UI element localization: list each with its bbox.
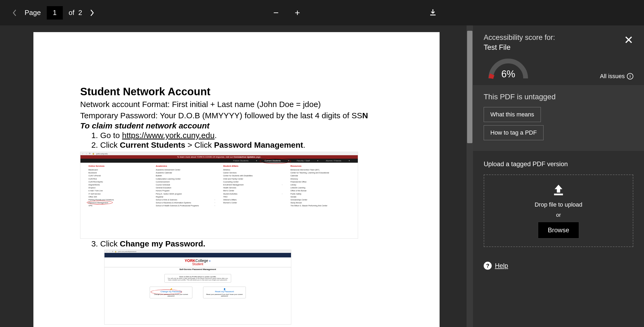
zoom-in-button[interactable]: + [292,7,303,18]
or-text: or [556,212,561,218]
score-gauge: 6% [487,58,530,80]
doc-claim-line: To claim student network account [80,121,393,130]
screenshot-2: ←→⟳🔒york.cuny.edu/it/password YORKColleg… [104,250,291,325]
screenshot-1: ←→⟳🔒york.cuny.edu To learn more about YO… [80,152,358,239]
doc-step-3: Click Change my Password. [100,239,393,248]
score-value: 6% [501,69,515,80]
drop-text: Drop file to upload [535,201,583,208]
shot1-addressbar: ←→⟳🔒york.cuny.edu [80,152,358,155]
browse-button[interactable]: Browse [538,222,579,238]
doc-heading: Student Network Account [80,86,393,98]
scrollbar-thumb[interactable] [467,31,472,143]
page-input[interactable] [47,6,63,20]
upload-dropzone[interactable]: Drop file to upload or Browse [484,174,633,247]
page-label: Page [25,9,41,17]
prev-page-button[interactable] [11,9,19,17]
accessibility-sidebar: ✕ Accessibility score for: Test File 6% … [473,25,644,327]
help-icon: ? [484,262,492,270]
info-icon: i [627,73,633,79]
doc-password-line: Temporary Password: Your D.O.B (MMYYYY) … [80,110,393,121]
help-link[interactable]: ? Help [484,262,633,270]
viewer-scrollbar[interactable] [467,25,473,327]
shot2-cards: 🔑 Change my Password Change your passwor… [104,285,291,298]
download-button[interactable] [429,8,437,17]
all-issues-link[interactable]: All issues i [600,73,633,80]
doc-step-1: Go to https://www.york.cuny.edu. [100,131,393,140]
main-area: Student Network Account Network account … [0,25,644,327]
untagged-title: This PDF is untagged [484,93,633,101]
upload-icon [552,183,565,197]
sidebar-title: Accessibility score for: [484,33,633,42]
zoom-controls: − + [271,7,303,18]
doc-steps: Go to https://www.york.cuny.edu. Click C… [100,131,393,150]
pdf-toolbar: Page of 2 − + [0,0,644,25]
doc-step-2: Click Current Students > Click Password … [100,140,393,150]
untagged-section: This PDF is untagged What this means How… [473,85,644,151]
shot2-card-change: 🔑 Change my Password Change your passwor… [150,287,192,298]
next-page-button[interactable] [88,9,96,17]
how-to-tag-button[interactable]: How to tag a PDF [484,125,544,140]
shot2-infobox: Click on Edit my Profile below to create… [164,274,231,283]
zoom-out-button[interactable]: − [271,7,281,18]
pdf-viewer: Student Network Account Network account … [0,25,473,327]
what-this-means-button[interactable]: What this means [484,107,541,122]
doc-format-line: Network account Format: First initial + … [80,99,393,110]
pdf-page: Student Network Account Network account … [33,32,440,327]
close-icon[interactable]: ✕ [624,33,633,47]
shot2-subtitle: Self-Service Password Management [104,267,291,271]
upload-label: Upload a tagged PDF version [484,160,633,168]
page-nav: Page of 2 [11,6,96,20]
shot2-addressbar: ←→⟳🔒york.cuny.edu/it/password [104,250,291,253]
page-of-label: of 2 [69,9,82,17]
doc-steps-cont: Click Change my Password. [100,239,393,248]
sidebar-filename: Test File [484,43,633,52]
shot2-card-reset: 👤 Reset my Password Reset your password … [203,287,246,298]
shot1-nav: Future Students▾ Current Students▾ Facul… [80,159,358,163]
shot2-logo: YORKCollege ✦ Student [104,257,291,267]
shot1-banner: To learn more about YORK'S COVID-19 resp… [80,155,358,159]
